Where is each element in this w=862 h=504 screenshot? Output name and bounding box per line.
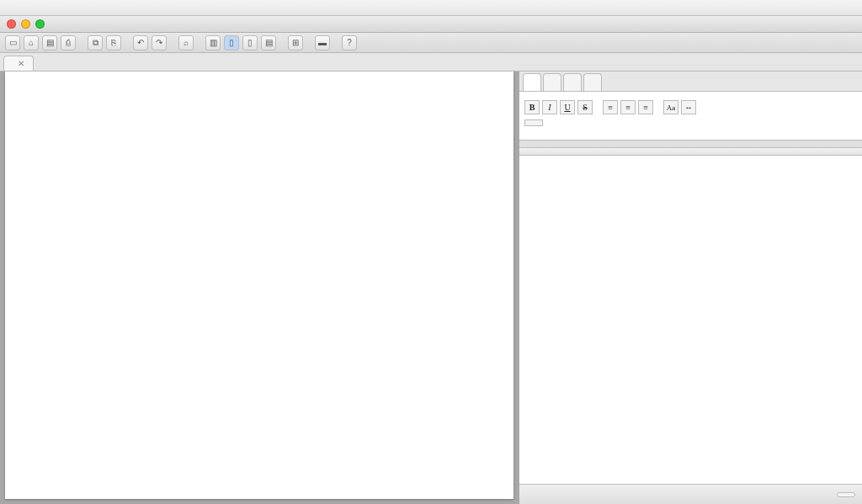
toolbar-undo-icon[interactable]: ↶ (133, 35, 148, 50)
toolbar-view3-icon[interactable]: ▯ (242, 35, 258, 50)
spacing-button[interactable]: ↔ (681, 100, 696, 114)
toolbar-cards-icon[interactable]: ⊞ (288, 35, 303, 50)
tab-locations[interactable] (563, 73, 582, 91)
toolbar-open-icon[interactable]: ⌂ (24, 35, 39, 50)
document-tab[interactable]: ✕ (3, 56, 34, 71)
window-zoom-button[interactable] (35, 19, 45, 29)
italic-button[interactable]: I (542, 100, 557, 114)
align-right-button[interactable]: ≡ (638, 100, 653, 114)
side-panel-tabs (519, 72, 862, 92)
toolbar-help-icon[interactable]: ? (342, 35, 357, 50)
document-tabs: ✕ (0, 53, 862, 72)
navigator-header (519, 147, 862, 156)
align-left-button[interactable]: ≡ (603, 100, 618, 114)
tab-characters[interactable] (543, 73, 561, 91)
toolbar-find-icon[interactable]: ⌕ (178, 35, 194, 50)
status-bar (519, 484, 862, 504)
toolbar-misc-icon[interactable]: ▬ (315, 35, 330, 50)
align-center-button[interactable]: ≡ (620, 100, 636, 114)
system-menubar (0, 0, 862, 16)
window-titlebar (0, 16, 862, 33)
window-close-button[interactable] (7, 19, 16, 29)
window-minimize-button[interactable] (21, 19, 30, 29)
tab-other[interactable] (583, 73, 602, 91)
strike-button[interactable]: S (577, 100, 593, 114)
show-button[interactable] (837, 492, 855, 497)
toolbar-print-icon[interactable]: ⎙ (61, 35, 76, 50)
toolbar-redo-icon[interactable]: ↷ (152, 35, 167, 50)
script-page[interactable] (5, 72, 513, 499)
underline-button[interactable]: U (560, 100, 575, 114)
toolbar-view1-icon[interactable]: ▥ (205, 35, 221, 50)
format-pane: B I U S ≡ ≡ ≡ Aa ↔ (519, 92, 862, 141)
tab-format[interactable] (523, 73, 541, 91)
case-button[interactable]: Aa (663, 100, 678, 114)
bold-button[interactable]: B (524, 100, 540, 114)
toolbar-save-icon[interactable]: ▤ (42, 35, 57, 50)
toolbar: ▭ ⌂ ▤ ⎙ ⧉ ⎘ ↶ ↷ ⌕ ▥ ▯ ▯ ▤ ⊞ ▬ ? (0, 33, 862, 53)
toolbar-paste-icon[interactable]: ⎘ (106, 35, 121, 50)
script-editor[interactable] (0, 72, 519, 504)
side-panel: B I U S ≡ ≡ ≡ Aa ↔ (519, 72, 862, 504)
toolbar-new-icon[interactable]: ▭ (5, 35, 20, 50)
navigator-list[interactable] (519, 156, 862, 484)
close-icon[interactable]: ✕ (18, 59, 24, 68)
toolbar-view4-icon[interactable]: ▤ (261, 35, 276, 50)
toolbar-copy-icon[interactable]: ⧉ (88, 35, 103, 50)
toolbar-view2-icon[interactable]: ▯ (224, 35, 239, 50)
font-button[interactable] (524, 119, 543, 126)
